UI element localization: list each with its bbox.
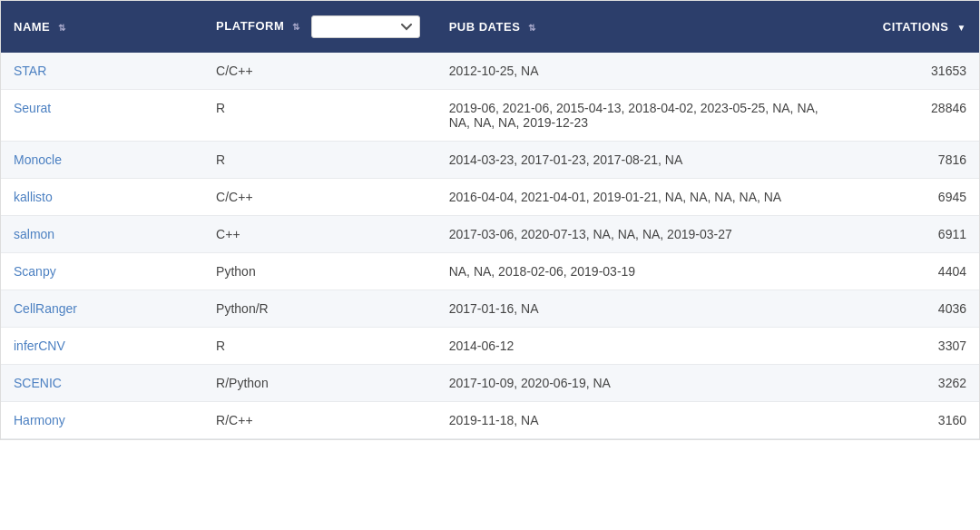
col-header-platform-label: PLATFORM — [216, 19, 284, 33]
cell-name[interactable]: inferCNV — [1, 328, 203, 365]
cell-pubdates: 2017-03-06, 2020-07-13, NA, NA, NA, 2019… — [436, 216, 832, 253]
cell-platform: C++ — [203, 216, 436, 253]
cell-pubdates: 2019-06, 2021-06, 2015-04-13, 2018-04-02… — [436, 90, 832, 142]
table-row: inferCNVR2014-06-123307 — [1, 328, 979, 365]
cell-name[interactable]: SCENIC — [1, 365, 203, 402]
cell-platform: C/C++ — [203, 53, 436, 90]
cell-pubdates: 2014-06-12 — [436, 328, 832, 365]
cell-platform: R/Python — [203, 365, 436, 402]
cell-platform: Python/R — [203, 290, 436, 328]
platform-sort-icon: ⇅ — [292, 22, 300, 32]
cell-platform: R/C++ — [203, 402, 436, 439]
cell-name[interactable]: Monocle — [1, 142, 203, 179]
col-header-citations[interactable]: CITATIONS ▼ — [832, 1, 979, 53]
table-row: CellRangerPython/R2017-01-16, NA4036 — [1, 290, 979, 328]
cell-platform: Python — [203, 253, 436, 290]
cell-citations: 3160 — [832, 402, 979, 439]
platform-filter-wrapper[interactable]: C/C++ R Python C++ Python/R R/Python R/C… — [311, 15, 420, 38]
cell-pubdates: 2017-01-16, NA — [436, 290, 832, 328]
cell-citations: 31653 — [832, 53, 979, 90]
cell-platform: R — [203, 328, 436, 365]
table-row: SCENICR/Python2017-10-09, 2020-06-19, NA… — [1, 365, 979, 402]
cell-name[interactable]: CellRanger — [1, 290, 203, 328]
col-header-name[interactable]: NAME ⇅ — [1, 1, 203, 53]
table-row: HarmonyR/C++2019-11-18, NA3160 — [1, 402, 979, 439]
citations-sort-icon: ▼ — [957, 23, 966, 33]
table-row: kallistoC/C++2016-04-04, 2021-04-01, 201… — [1, 179, 979, 216]
cell-name[interactable]: STAR — [1, 53, 203, 90]
table-row: salmonC++2017-03-06, 2020-07-13, NA, NA,… — [1, 216, 979, 253]
cell-pubdates: 2014-03-23, 2017-01-23, 2017-08-21, NA — [436, 142, 832, 179]
col-header-name-label: NAME — [14, 20, 50, 34]
cell-citations: 4036 — [832, 290, 979, 328]
table-row: MonocleR2014-03-23, 2017-01-23, 2017-08-… — [1, 142, 979, 179]
table-row: SeuratR2019-06, 2021-06, 2015-04-13, 201… — [1, 90, 979, 142]
cell-citations: 6945 — [832, 179, 979, 216]
cell-pubdates: 2019-11-18, NA — [436, 402, 832, 439]
col-header-pubdates-label: PUB DATES — [449, 20, 521, 34]
cell-citations: 4404 — [832, 253, 979, 290]
cell-name[interactable]: kallisto — [1, 179, 203, 216]
table-body: STARC/C++2012-10-25, NA31653SeuratR2019-… — [1, 53, 979, 439]
cell-citations: 28846 — [832, 90, 979, 142]
col-header-platform[interactable]: PLATFORM ⇅ C/C++ R Python C++ Python/R R… — [203, 1, 436, 53]
cell-citations: 3262 — [832, 365, 979, 402]
name-sort-icon: ⇅ — [58, 23, 66, 33]
data-table: NAME ⇅ PLATFORM ⇅ C/C++ R Python C++ Pyt… — [1, 1, 979, 439]
main-table-wrapper: NAME ⇅ PLATFORM ⇅ C/C++ R Python C++ Pyt… — [0, 0, 980, 440]
pubdates-sort-icon: ⇅ — [528, 23, 536, 33]
cell-platform: R — [203, 90, 436, 142]
table-row: ScanpyPythonNA, NA, 2018-02-06, 2019-03-… — [1, 253, 979, 290]
cell-pubdates: 2017-10-09, 2020-06-19, NA — [436, 365, 832, 402]
col-header-citations-label: CITATIONS — [883, 20, 949, 34]
platform-select[interactable]: C/C++ R Python C++ Python/R R/Python R/C… — [311, 15, 420, 38]
cell-platform: C/C++ — [203, 179, 436, 216]
cell-pubdates: 2016-04-04, 2021-04-01, 2019-01-21, NA, … — [436, 179, 832, 216]
cell-citations: 3307 — [832, 328, 979, 365]
cell-name[interactable]: Scanpy — [1, 253, 203, 290]
table-header-row: NAME ⇅ PLATFORM ⇅ C/C++ R Python C++ Pyt… — [1, 1, 979, 53]
cell-platform: R — [203, 142, 436, 179]
cell-name[interactable]: Seurat — [1, 90, 203, 142]
col-header-pubdates[interactable]: PUB DATES ⇅ — [436, 1, 832, 53]
cell-pubdates: NA, NA, 2018-02-06, 2019-03-19 — [436, 253, 832, 290]
cell-name[interactable]: salmon — [1, 216, 203, 253]
cell-name[interactable]: Harmony — [1, 402, 203, 439]
cell-citations: 7816 — [832, 142, 979, 179]
cell-citations: 6911 — [832, 216, 979, 253]
table-row: STARC/C++2012-10-25, NA31653 — [1, 53, 979, 90]
cell-pubdates: 2012-10-25, NA — [436, 53, 832, 90]
